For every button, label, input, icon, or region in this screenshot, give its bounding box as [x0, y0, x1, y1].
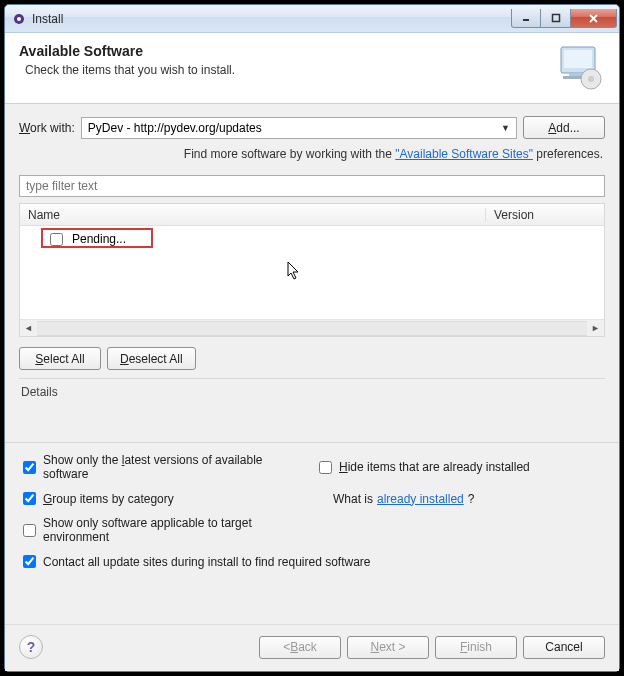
check-target-env[interactable]: Show only software applicable to target … — [19, 516, 309, 544]
dialog-footer: ? < Back Next > Finish Cancel — [5, 624, 619, 671]
maximize-button[interactable] — [541, 9, 571, 28]
check-latest-box[interactable] — [23, 461, 36, 474]
check-contact-sites[interactable]: Contact all update sites during install … — [19, 552, 605, 571]
scroll-track[interactable] — [37, 321, 587, 336]
check-hide-installed[interactable]: Hide items that are already installed — [315, 453, 605, 481]
select-all-button[interactable]: Select All — [19, 347, 101, 370]
svg-rect-7 — [564, 50, 592, 68]
check-group-box[interactable] — [23, 492, 36, 505]
add-button[interactable]: Add... — [523, 116, 605, 139]
install-icon — [553, 43, 605, 91]
install-dialog: Install Available Software Check the ite… — [4, 4, 620, 672]
close-button[interactable] — [571, 9, 617, 28]
tree-row[interactable]: Pending... — [20, 230, 604, 248]
dropdown-arrow-icon[interactable]: ▼ — [499, 123, 512, 133]
tree-item-checkbox[interactable] — [50, 233, 63, 246]
titlebar[interactable]: Install — [5, 5, 619, 33]
software-tree[interactable]: Name Version Pending... ◄ ► — [19, 203, 605, 337]
available-sites-link[interactable]: "Available Software Sites" — [395, 147, 533, 161]
banner: Available Software Check the items that … — [5, 33, 619, 104]
check-hide-installed-box[interactable] — [319, 461, 332, 474]
separator — [5, 442, 619, 443]
check-target-env-box[interactable] — [23, 524, 36, 537]
work-with-input[interactable] — [86, 120, 499, 136]
check-contact-sites-box[interactable] — [23, 555, 36, 568]
work-with-label: Work with: — [19, 121, 75, 135]
scroll-left-icon[interactable]: ◄ — [20, 320, 37, 337]
next-button[interactable]: Next > — [347, 636, 429, 659]
svg-point-1 — [17, 17, 21, 21]
column-name[interactable]: Name — [20, 208, 486, 222]
svg-rect-3 — [552, 15, 559, 22]
tree-header[interactable]: Name Version — [20, 204, 604, 226]
banner-subtext: Check the items that you wish to install… — [25, 63, 235, 77]
minimize-button[interactable] — [511, 9, 541, 28]
filter-input[interactable] — [19, 175, 605, 197]
window-title: Install — [32, 12, 63, 26]
hint-text: Find more software by working with the "… — [19, 147, 605, 161]
banner-heading: Available Software — [19, 43, 235, 59]
details-label: Details — [21, 385, 603, 399]
help-button[interactable]: ? — [19, 635, 43, 659]
deselect-all-button[interactable]: Deselect All — [107, 347, 196, 370]
column-version[interactable]: Version — [486, 208, 604, 222]
already-installed-link[interactable]: already installed — [377, 492, 464, 506]
check-group[interactable]: Group items by category — [19, 489, 309, 508]
svg-point-11 — [588, 76, 594, 82]
scroll-right-icon[interactable]: ► — [587, 320, 604, 337]
app-icon — [11, 11, 27, 27]
cancel-button[interactable]: Cancel — [523, 636, 605, 659]
back-button[interactable]: < Back — [259, 636, 341, 659]
finish-button[interactable]: Finish — [435, 636, 517, 659]
details-panel: Details — [19, 378, 605, 434]
horizontal-scrollbar[interactable]: ◄ ► — [20, 319, 604, 336]
what-is-installed: What is already installed? — [315, 489, 605, 508]
tree-item-label: Pending... — [72, 232, 126, 246]
check-latest[interactable]: Show only the latest versions of availab… — [19, 453, 309, 481]
work-with-combo[interactable]: ▼ — [81, 117, 517, 139]
